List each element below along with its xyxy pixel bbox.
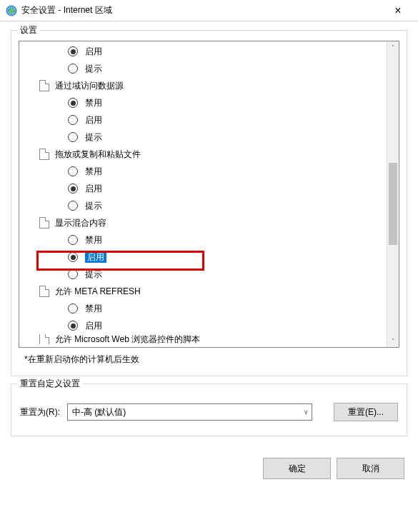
tree-group-label: 拖放或复制和粘贴文件 bbox=[55, 146, 141, 163]
tree-group-label: 允许 META REFRESH bbox=[55, 283, 141, 300]
reset-to-label: 重置为(R): bbox=[20, 406, 60, 418]
restart-note: *在重新启动你的计算机后生效 bbox=[24, 353, 399, 366]
reset-fieldset: 重置自定义设置 重置为(R): 中-高 (默认值) ∨ 重置(E)... bbox=[11, 383, 407, 436]
file-icon bbox=[39, 286, 49, 297]
scroll-up-arrow[interactable]: ˄ bbox=[387, 41, 399, 54]
settings-legend: 设置 bbox=[17, 24, 40, 36]
file-icon bbox=[39, 149, 49, 160]
radio-icon[interactable] bbox=[68, 252, 78, 262]
settings-tree[interactable]: 启用提示通过域访问数据源禁用启用提示拖放或复制和粘贴文件禁用启用提示显示混合内容… bbox=[19, 41, 387, 346]
tree-radio-label: 禁用 bbox=[85, 163, 102, 180]
titlebar: 安全设置 - Internet 区域 × bbox=[0, 0, 418, 21]
tree-group-label: 允许 Microsoft Web 浏览器控件的脚本 bbox=[55, 334, 200, 344]
tree-radio-item[interactable]: 提示 bbox=[19, 129, 387, 146]
reset-legend: 重置自定义设置 bbox=[17, 378, 83, 390]
scroll-down-arrow[interactable]: ˅ bbox=[387, 335, 399, 347]
tree-radio-item[interactable]: 启用 bbox=[19, 43, 387, 60]
tree-radio-label: 禁用 bbox=[85, 231, 102, 249]
tree-radio-label: 提示 bbox=[85, 129, 102, 146]
dialog-footer: 确定 取消 bbox=[11, 458, 407, 479]
tree-radio-item[interactable]: 提示 bbox=[19, 60, 387, 77]
dialog-content: 设置 启用提示通过域访问数据源禁用启用提示拖放或复制和粘贴文件禁用启用提示显示混… bbox=[0, 21, 418, 490]
file-icon bbox=[39, 80, 49, 91]
reset-level-combo[interactable]: 中-高 (默认值) ∨ bbox=[67, 403, 312, 421]
tree-group-label: 通过域访问数据源 bbox=[55, 77, 124, 94]
ok-button[interactable]: 确定 bbox=[263, 458, 331, 479]
tree-radio-item[interactable]: 禁用 bbox=[19, 231, 387, 249]
radio-icon[interactable] bbox=[68, 184, 78, 194]
scroll-thumb[interactable] bbox=[389, 163, 397, 245]
radio-icon[interactable] bbox=[68, 115, 78, 125]
radio-icon[interactable] bbox=[68, 132, 78, 142]
reset-button[interactable]: 重置(E)... bbox=[334, 403, 398, 421]
radio-icon[interactable] bbox=[68, 303, 78, 313]
tree-radio-item[interactable]: 禁用 bbox=[19, 163, 387, 180]
chevron-down-icon: ∨ bbox=[304, 408, 309, 416]
tree-radio-item[interactable]: 启用 bbox=[19, 317, 387, 334]
radio-icon[interactable] bbox=[68, 321, 78, 331]
tree-radio-item[interactable]: 启用 bbox=[19, 111, 387, 129]
tree-radio-item[interactable]: 提示 bbox=[19, 197, 387, 214]
settings-fieldset: 设置 启用提示通过域访问数据源禁用启用提示拖放或复制和粘贴文件禁用启用提示显示混… bbox=[11, 30, 407, 376]
tree-radio-label: 提示 bbox=[85, 197, 102, 214]
radio-icon[interactable] bbox=[68, 235, 78, 245]
radio-icon[interactable] bbox=[68, 64, 78, 74]
tree-radio-label: 禁用 bbox=[85, 300, 102, 317]
radio-icon[interactable] bbox=[68, 46, 78, 56]
tree-group: 允许 META REFRESH bbox=[19, 283, 387, 300]
tree-radio-item[interactable]: 禁用 bbox=[19, 300, 387, 317]
radio-icon[interactable] bbox=[68, 98, 78, 108]
vertical-scrollbar[interactable]: ˄ ˅ bbox=[387, 41, 399, 347]
tree-radio-label: 启用 bbox=[85, 111, 102, 129]
combo-value: 中-高 (默认值) bbox=[72, 406, 126, 418]
security-icon bbox=[6, 5, 17, 16]
tree-radio-label: 启用 bbox=[85, 249, 106, 266]
tree-radio-label: 提示 bbox=[85, 60, 102, 77]
file-icon bbox=[39, 217, 49, 229]
tree-group: 通过域访问数据源 bbox=[19, 77, 387, 94]
tree-group: 拖放或复制和粘贴文件 bbox=[19, 146, 387, 163]
tree-radio-item[interactable]: 禁用 bbox=[19, 94, 387, 111]
tree-radio-item[interactable]: 启用 bbox=[19, 249, 387, 266]
close-button[interactable]: × bbox=[384, 0, 412, 21]
file-icon bbox=[39, 334, 49, 344]
tree-radio-label: 启用 bbox=[85, 180, 102, 197]
svg-rect-1 bbox=[10, 9, 14, 13]
window-title: 安全设置 - Internet 区域 bbox=[21, 4, 384, 16]
tree-radio-item[interactable]: 提示 bbox=[19, 266, 387, 283]
settings-tree-container: 启用提示通过域访问数据源禁用启用提示拖放或复制和粘贴文件禁用启用提示显示混合内容… bbox=[19, 41, 399, 348]
tree-group: 显示混合内容 bbox=[19, 214, 387, 231]
tree-radio-label: 启用 bbox=[85, 317, 102, 334]
radio-icon[interactable] bbox=[68, 166, 78, 176]
radio-icon[interactable] bbox=[68, 201, 78, 211]
tree-group-label: 显示混合内容 bbox=[55, 214, 106, 231]
tree-radio-item[interactable]: 启用 bbox=[19, 180, 387, 197]
tree-radio-label: 提示 bbox=[85, 266, 102, 283]
radio-icon[interactable] bbox=[68, 269, 78, 279]
cancel-button[interactable]: 取消 bbox=[337, 458, 404, 479]
tree-radio-label: 启用 bbox=[85, 43, 102, 60]
tree-group-cutoff: 允许 Microsoft Web 浏览器控件的脚本 bbox=[19, 334, 387, 344]
tree-radio-label: 禁用 bbox=[85, 94, 102, 111]
